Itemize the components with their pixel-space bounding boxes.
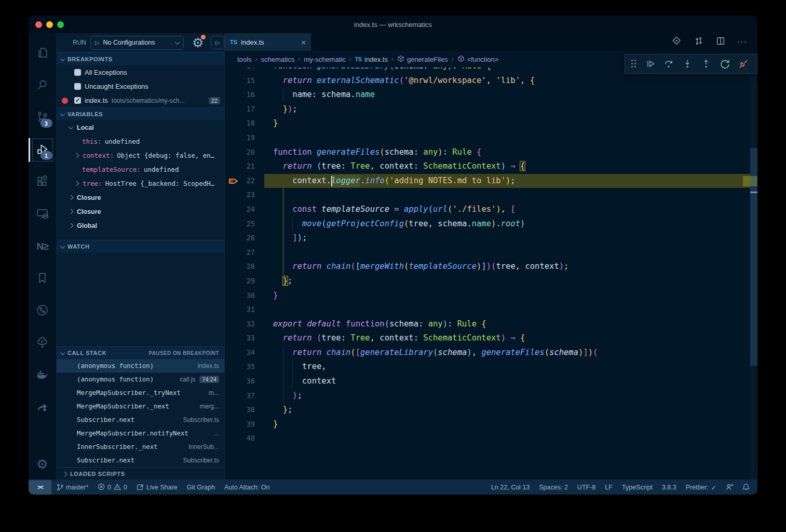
- loaded-scripts-header[interactable]: LOADED SCRIPTS: [57, 467, 224, 480]
- activity-item-search[interactable]: [29, 70, 57, 102]
- code-line-27[interactable]: 27: [225, 245, 757, 260]
- code-line-19[interactable]: 19: [225, 131, 757, 145]
- breadcrumb-item-schematics[interactable]: schematics: [261, 56, 294, 63]
- watch-section-header[interactable]: WATCH: [57, 240, 224, 253]
- code-line-20[interactable]: 20function generateFiles(schema: any): R…: [225, 145, 757, 160]
- step-into-button[interactable]: [679, 56, 696, 72]
- code-line-24[interactable]: 24 const templateSource = apply(url('./f…: [225, 202, 757, 217]
- activity-item-git-graph-view[interactable]: [29, 295, 57, 327]
- step-out-button[interactable]: [698, 56, 714, 72]
- call-stack-frame[interactable]: InnerSubscriber._nextInnerSub...: [57, 440, 224, 454]
- scope-row-closure-1[interactable]: Closure: [57, 204, 224, 219]
- checkbox-checked[interactable]: ✓: [74, 97, 81, 104]
- breadcrumb-item-index.ts[interactable]: TSindex.ts: [355, 56, 388, 63]
- breakpoint-row[interactable]: ✓index.tstools/schematics/my-sch...22: [57, 93, 224, 107]
- code-line-36[interactable]: 36 context: [225, 374, 757, 389]
- title-bar[interactable]: index.ts — wrkschematics: [29, 16, 757, 34]
- close-window-button[interactable]: [35, 21, 42, 28]
- code-line-33[interactable]: 33 return (tree: Tree, context: Schemati…: [225, 331, 757, 346]
- code-view[interactable]: 14function generateLibrary(schema: any):…: [225, 67, 757, 480]
- activity-item-share[interactable]: [29, 391, 57, 424]
- scrollbar-thumb[interactable]: [750, 148, 757, 366]
- breakpoints-section-header[interactable]: BREAKPOINTS: [57, 52, 224, 65]
- code-line-25[interactable]: 25 move(getProjectConfig(tree, schema.na…: [225, 217, 757, 231]
- code-line-28[interactable]: 28 return chain([mergeWith(templateSourc…: [225, 260, 757, 274]
- code-line-17[interactable]: 17 });: [225, 102, 757, 117]
- call-stack-frame[interactable]: (anonymous function)call.js74:24: [57, 373, 224, 386]
- call-stack-section-header[interactable]: CALL STACKPAUSED ON BREAKPOINT: [57, 346, 224, 359]
- launch-configuration-dropdown[interactable]: ▷ No Configurations: [90, 36, 184, 50]
- configure-launch-button[interactable]: ⚙: [192, 36, 204, 49]
- code-line-23[interactable]: 23: [225, 188, 757, 202]
- call-stack-frame[interactable]: MergeMapSubscriber._nextmerg...: [57, 400, 224, 413]
- status-feedback[interactable]: [721, 483, 738, 492]
- code-line-32[interactable]: 32export default function(schema: any): …: [225, 317, 757, 332]
- code-line-18[interactable]: 18}: [225, 116, 757, 131]
- open-changes-icon[interactable]: [694, 36, 704, 48]
- call-stack-frame[interactable]: Subscriber.nextSubscriber.ts: [57, 454, 224, 467]
- code-line-26[interactable]: 26 ]);: [225, 231, 757, 245]
- status-problems[interactable]: 00: [93, 483, 132, 492]
- activity-item-docker[interactable]: [29, 359, 57, 391]
- status-cursor-position[interactable]: Ln 22, Col 13: [486, 484, 534, 491]
- breadcrumb-item-tools[interactable]: tools: [237, 56, 251, 63]
- code-line-40[interactable]: 40: [225, 431, 757, 446]
- code-line-15[interactable]: 15 return externalSchematic('@nrwl/works…: [225, 74, 757, 88]
- activity-item-extensions[interactable]: [29, 166, 57, 198]
- gitlens-icon[interactable]: [672, 36, 682, 48]
- call-stack-frame[interactable]: MergeMapSubscriber._tryNextm...: [57, 386, 224, 400]
- status-indentation[interactable]: Spaces: 2: [534, 484, 573, 491]
- status-ts-version[interactable]: 3.8.3: [657, 484, 681, 491]
- status-encoding[interactable]: UTF-8: [573, 484, 600, 491]
- toolbar-drag-handle[interactable]: [631, 60, 636, 68]
- scope-row-local[interactable]: Local: [57, 120, 224, 134]
- code-line-37[interactable]: 37 );: [225, 389, 757, 403]
- activity-item-remote-explorer[interactable]: [29, 198, 57, 230]
- split-editor-icon[interactable]: [715, 36, 726, 48]
- code-line-31[interactable]: 31: [225, 303, 757, 317]
- variable-row[interactable]: tree:HostTree {_backend: ScopedH…: [57, 176, 224, 190]
- call-stack-frame[interactable]: MergeMapSubscriber.notifyNext...: [57, 427, 224, 440]
- code-line-22[interactable]: 22 context.logger.info('adding NOTES.md …: [225, 174, 757, 188]
- variables-section-header[interactable]: VARIABLES: [57, 107, 224, 120]
- more-actions-icon[interactable]: ···: [737, 37, 747, 47]
- variable-row[interactable]: context:Object {debug: false, en…: [57, 148, 224, 162]
- breadcrumb-item-generateFiles[interactable]: generateFiles: [397, 55, 448, 64]
- breakpoint-row[interactable]: Uncaught Exceptions: [57, 79, 224, 93]
- code-line-30[interactable]: 30}: [225, 289, 757, 303]
- status-git-branch[interactable]: master*: [51, 483, 93, 492]
- scope-row-global-2[interactable]: Global: [57, 219, 224, 233]
- debug-console-button[interactable]: ▷: [211, 36, 224, 49]
- status-auto-attach[interactable]: Auto Attach: On: [220, 484, 275, 491]
- status-live-share[interactable]: Live Share: [132, 483, 182, 492]
- checkbox-unchecked[interactable]: [74, 69, 81, 76]
- tab-index-ts[interactable]: TS index.ts ×: [225, 33, 311, 51]
- breakpoint-row[interactable]: All Exceptions: [57, 65, 224, 79]
- code-line-38[interactable]: 38 };: [225, 403, 757, 417]
- status-eol[interactable]: LF: [600, 484, 617, 491]
- zoom-window-button[interactable]: [57, 21, 64, 28]
- activity-item-settings[interactable]: ⚙: [29, 448, 57, 480]
- breadcrumb-item-my-schematic[interactable]: my-schematic: [304, 56, 346, 63]
- activity-item-bookmarks[interactable]: [29, 263, 57, 295]
- disconnect-button[interactable]: [735, 56, 752, 72]
- continue-button[interactable]: [642, 56, 658, 72]
- restart-button[interactable]: [716, 56, 733, 72]
- scope-row-closure-0[interactable]: Closure: [57, 190, 224, 204]
- call-stack-frame[interactable]: Subscriber.nextSubscriber.ts: [57, 413, 224, 427]
- close-tab-icon[interactable]: ×: [301, 38, 306, 47]
- status-notifications[interactable]: [738, 483, 754, 492]
- activity-item-run-and-debug[interactable]: 1: [29, 134, 57, 166]
- code-line-29[interactable]: 29 };: [225, 274, 757, 289]
- activity-item-source-control[interactable]: 3: [29, 102, 57, 134]
- code-line-35[interactable]: 35 tree,: [225, 360, 757, 374]
- status-prettier[interactable]: Prettier:✓: [681, 484, 721, 492]
- remote-indicator[interactable]: ><: [29, 480, 51, 495]
- code-line-16[interactable]: 16 name: schema.name: [225, 88, 757, 102]
- call-stack-frame[interactable]: (anonymous function)index.ts: [57, 359, 224, 373]
- minimize-window-button[interactable]: [46, 21, 53, 28]
- code-line-34[interactable]: 34 return chain([generateLibrary(schema)…: [225, 346, 757, 360]
- variable-row[interactable]: this:undefined: [57, 134, 224, 148]
- activity-item-explorer[interactable]: [29, 37, 57, 70]
- step-over-button[interactable]: [660, 56, 677, 72]
